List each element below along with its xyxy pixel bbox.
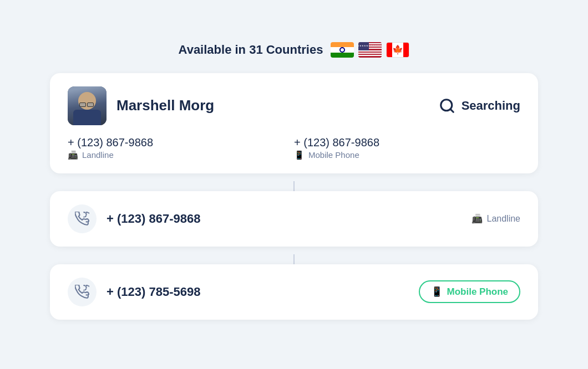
flag-usa: ★★★★★★★★★★★★★★★★★★★★★★★★★★★★★★★★★★★★★★★★…	[358, 42, 382, 58]
header-title: Available in 31 Countries	[179, 43, 323, 57]
svg-line-1	[450, 109, 453, 111]
mobile-badge-label: Mobile Phone	[447, 286, 509, 298]
call-number-2: + (123) 785-5698	[107, 285, 200, 299]
call-card-2[interactable]: + (123) 785-5698 📱 Mobile Phone	[50, 264, 538, 320]
mobile-badge[interactable]: 📱 Mobile Phone	[419, 280, 521, 303]
phone-number-1: + (123) 867-9868	[68, 136, 294, 149]
mobile-badge-icon: 📱	[431, 286, 443, 298]
call-type-label-1: Landline	[487, 214, 521, 224]
search-status: Searching	[438, 97, 520, 115]
phone-type-2: 📱 Mobile Phone	[294, 150, 520, 160]
call-card-1[interactable]: + (123) 867-9868 📠 Landline	[50, 191, 538, 247]
phone-number-2: + (123) 867-9868	[294, 136, 520, 149]
contact-name: Marshell Morg	[116, 97, 214, 114]
call-type-right-1: 📠 Landline	[472, 213, 521, 224]
flag-canada: 🍁	[386, 42, 409, 58]
phone-type-label-2: Mobile Phone	[308, 150, 359, 160]
call-type-icon-1: 📠	[472, 213, 483, 224]
avatar	[68, 86, 107, 125]
flag-india	[331, 42, 354, 58]
flags-row: ★★★★★★★★★★★★★★★★★★★★★★★★★★★★★★★★★★★★★★★★…	[331, 42, 409, 58]
phone-grid: + (123) 867-9868 📠 Landline + (123) 867-…	[68, 136, 520, 160]
phone-type-1: 📠 Landline	[68, 150, 294, 160]
contact-info-left: Marshell Morg	[68, 86, 214, 125]
call-icon-1	[68, 204, 97, 233]
divider-2	[293, 254, 295, 264]
main-container: Available in 31 Countries	[50, 42, 538, 327]
call-card-1-left: + (123) 867-9868	[68, 204, 200, 233]
searching-label: Searching	[462, 99, 520, 113]
call-icon-2	[68, 278, 97, 306]
phone-item-2: + (123) 867-9868 📱 Mobile Phone	[294, 136, 520, 160]
divider-1	[293, 181, 295, 191]
header: Available in 31 Countries	[179, 42, 410, 58]
landline-icon: 📠	[68, 150, 78, 160]
search-icon	[438, 97, 456, 115]
contact-card: Marshell Morg Searching + (123) 867-9868…	[50, 73, 538, 173]
phone-item-1: + (123) 867-9868 📠 Landline	[68, 136, 294, 160]
mobile-icon: 📱	[294, 150, 305, 160]
phone-type-label-1: Landline	[82, 150, 114, 160]
call-card-2-left: + (123) 785-5698	[68, 278, 200, 306]
call-number-1: + (123) 867-9868	[107, 212, 200, 226]
